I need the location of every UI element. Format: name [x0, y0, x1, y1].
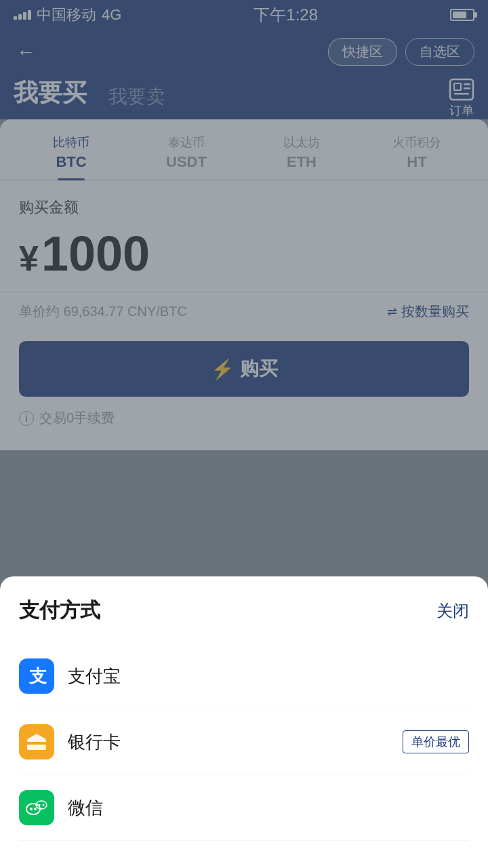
svg-text:支: 支: [28, 666, 47, 686]
wechat-label: 微信: [68, 796, 469, 820]
svg-point-14: [43, 804, 45, 806]
alipay-icon: 支: [19, 658, 54, 694]
svg-point-13: [39, 804, 41, 806]
close-button[interactable]: 关闭: [436, 600, 469, 622]
overlay: [0, 0, 488, 610]
svg-point-12: [34, 808, 37, 810]
payment-wechat[interactable]: 微信: [19, 775, 469, 841]
svg-point-11: [30, 808, 33, 810]
best-price-badge: 单价最优: [403, 730, 469, 753]
alipay-label: 支付宝: [68, 665, 469, 688]
bottom-sheet: 支付方式 关闭 支 支付宝: [0, 576, 488, 868]
payment-alipay[interactable]: 支 支付宝: [19, 644, 469, 709]
svg-marker-8: [27, 734, 46, 739]
bank-icon: [19, 724, 54, 760]
bank-label: 银行卡: [68, 730, 403, 754]
sheet-header: 支付方式 关闭: [19, 597, 469, 625]
payment-bank[interactable]: 银行卡 单价最优: [19, 709, 469, 775]
wechat-icon: [19, 790, 54, 825]
sheet-title: 支付方式: [19, 597, 100, 625]
svg-point-9: [26, 804, 40, 814]
svg-rect-7: [27, 742, 46, 745]
